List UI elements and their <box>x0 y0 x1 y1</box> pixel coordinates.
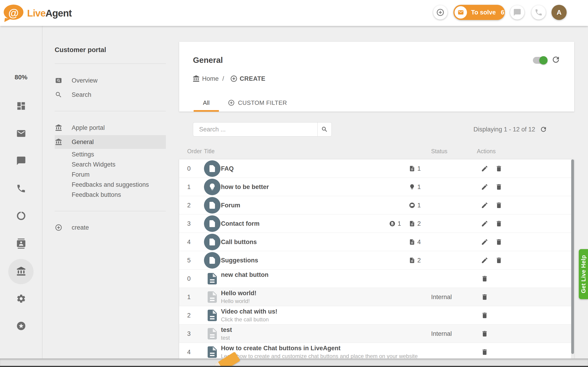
tab-custom-filter[interactable]: CUSTOM FILTER <box>228 94 287 112</box>
rail-item-customer-portal[interactable] <box>0 264 42 279</box>
calls-button[interactable] <box>531 5 546 19</box>
sidebar-item-apple-portal[interactable]: Apple portal <box>55 121 166 135</box>
edit-button[interactable] <box>480 164 489 173</box>
divider <box>55 111 166 111</box>
delete-button[interactable] <box>480 292 489 302</box>
table-scrollbar[interactable] <box>571 159 574 367</box>
table-row-suggestions[interactable]: 5 Suggestions 2 <box>179 251 574 269</box>
refresh-list-button[interactable] <box>540 126 547 133</box>
edit-button[interactable] <box>480 219 489 228</box>
logo-bubble-icon: @ <box>4 5 23 20</box>
search-input[interactable] <box>193 122 317 136</box>
gear-icon <box>16 294 26 304</box>
file-icon <box>205 309 219 322</box>
table-row-test[interactable]: 3 test test Internal <box>179 325 574 343</box>
sidebar-item-feedback-buttons[interactable]: Feedback buttons <box>55 190 166 200</box>
delete-button[interactable] <box>480 329 489 338</box>
edit-button[interactable] <box>480 256 489 265</box>
search-button[interactable] <box>317 122 332 136</box>
delete-button[interactable] <box>494 182 503 192</box>
rail-item-reports[interactable] <box>0 209 42 223</box>
sidebar-item-search[interactable]: Search <box>55 88 166 102</box>
table-row-new-chat-button[interactable]: 0 new chat button <box>179 269 574 288</box>
delete-button[interactable] <box>494 164 503 173</box>
delete-button[interactable] <box>494 237 503 247</box>
table-row-contact-form[interactable]: 3 Contact form 1 2 <box>179 215 574 233</box>
dashboard-icon <box>16 101 26 111</box>
row-title[interactable]: Suggestions <box>221 251 258 269</box>
table-row-call-buttons[interactable]: 4 Call buttons 4 <box>179 233 574 251</box>
row-title[interactable]: Forum <box>221 196 240 215</box>
table-row-video-chat[interactable]: 2 Video chat with us! Click the call but… <box>179 306 574 325</box>
rail-item-chats[interactable] <box>0 153 42 168</box>
phone-icon <box>16 184 26 194</box>
row-title[interactable]: How to create Chat buttons in LiveAgent <box>221 345 341 352</box>
refresh-button[interactable] <box>551 55 561 64</box>
lightbulb-circle-icon <box>204 179 221 195</box>
sidebar-item-create[interactable]: create <box>55 221 166 234</box>
row-title[interactable]: Video chat with us! <box>221 308 277 315</box>
row-title[interactable]: new chat button <box>221 271 268 278</box>
edit-button[interactable] <box>480 237 489 247</box>
sidebar-item-overview[interactable]: Overview <box>55 74 166 87</box>
edit-button[interactable] <box>480 182 489 192</box>
search-icon <box>321 126 328 133</box>
delete-button[interactable] <box>480 311 489 320</box>
table-row-hello-world[interactable]: 1 Hello world! Hello world! Internal <box>179 288 574 306</box>
delete-button[interactable] <box>494 219 503 228</box>
delete-button[interactable] <box>494 201 503 210</box>
sidebar-item-settings[interactable]: Settings <box>55 149 166 159</box>
brand-agent: Agent <box>45 8 72 19</box>
edit-button[interactable] <box>480 201 489 210</box>
rail-item-configuration[interactable] <box>0 291 42 306</box>
row-title[interactable]: Call buttons <box>221 233 257 251</box>
row-title[interactable]: FAQ <box>221 159 234 178</box>
rail-item-tickets[interactable] <box>0 126 42 141</box>
portal-enabled-toggle[interactable] <box>533 57 547 64</box>
delete-button[interactable] <box>480 274 489 283</box>
search-icon <box>55 91 62 99</box>
table-row-how-to-be-better[interactable]: 1 how to be better 1 <box>179 178 574 196</box>
row-title[interactable]: test <box>221 326 232 334</box>
column-order: Order <box>187 148 202 155</box>
scrollbar-thumb[interactable] <box>571 159 574 354</box>
row-title[interactable]: how to be better <box>221 178 269 196</box>
contacts-icon <box>16 239 26 249</box>
trash-icon <box>495 202 502 209</box>
sidebar-item-search-widgets[interactable]: Search Widgets <box>55 159 166 169</box>
row-order: 0 <box>187 269 201 288</box>
delete-button[interactable] <box>480 348 489 357</box>
column-actions: Actions <box>477 148 496 155</box>
row-title[interactable]: Contact form <box>221 215 259 233</box>
chats-button[interactable] <box>510 5 524 19</box>
tab-all[interactable]: All <box>194 94 219 112</box>
table-row-faq[interactable]: 0 FAQ 1 <box>179 159 574 178</box>
row-title[interactable]: Hello world! <box>221 290 257 297</box>
liveagent-logo[interactable]: @ LiveAgent <box>4 3 73 23</box>
sidebar-item-general[interactable]: General <box>55 135 166 149</box>
topbar: @ LiveAgent To solve 6 A <box>0 0 588 26</box>
sidebar-item-feedbacks[interactable]: Feedbacks and suggestions <box>55 180 166 190</box>
rail-item-calls[interactable] <box>0 181 42 196</box>
column-title: Title <box>204 148 215 155</box>
rail-item-contacts[interactable] <box>0 236 42 251</box>
pencil-icon <box>481 257 488 264</box>
tab-bar: All CUSTOM FILTER <box>179 94 574 112</box>
badge-count: 1 <box>398 220 401 227</box>
rail-item-dashboard[interactable] <box>0 99 42 113</box>
to-solve-button[interactable]: To solve 6 <box>453 5 505 20</box>
file-icon <box>205 345 219 359</box>
avatar[interactable]: A <box>552 5 567 20</box>
general-header-card: General Home / CREATE All CUSTOM FILTER <box>179 42 574 112</box>
table-row-forum[interactable]: 2 Forum 1 <box>179 196 574 215</box>
rail-item-gamification[interactable] <box>0 319 42 333</box>
delete-button[interactable] <box>494 256 503 265</box>
row-subtitle: Hello world! <box>221 298 250 304</box>
add-new-button[interactable] <box>433 5 447 19</box>
sidebar-item-forum[interactable]: Forum <box>55 169 166 180</box>
get-live-help-tab[interactable]: Get Live Help <box>579 249 588 299</box>
trash-icon <box>481 330 488 337</box>
document-circle-icon <box>204 215 221 232</box>
breadcrumb-create[interactable]: CREATE <box>240 75 266 82</box>
breadcrumb-home[interactable]: Home <box>202 75 219 82</box>
